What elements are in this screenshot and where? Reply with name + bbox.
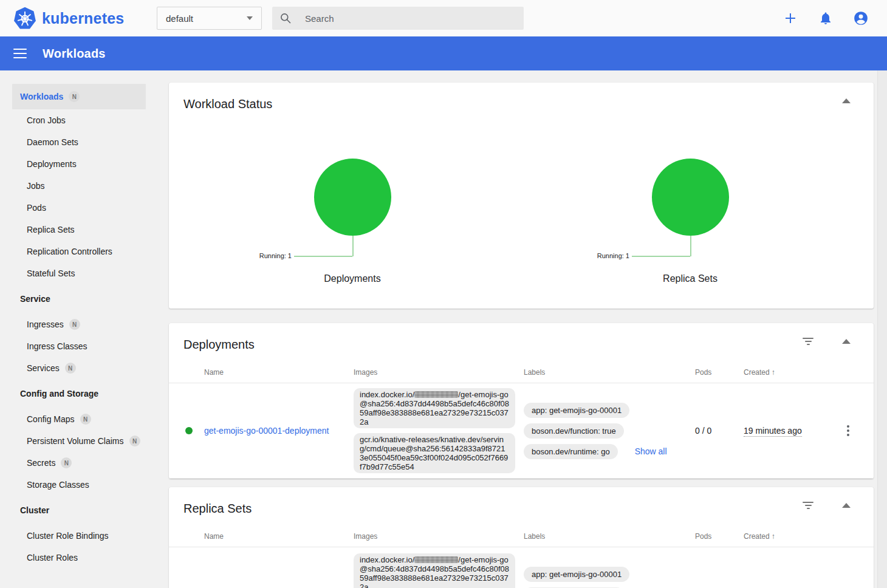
pie-callout-label: Running: 1 xyxy=(597,253,629,259)
pie-callout-label: Running: 1 xyxy=(259,253,292,259)
deployment-name-link[interactable]: get-emojis-go-00001-deployment xyxy=(204,426,341,436)
new-badge: N xyxy=(69,319,80,330)
replica-sets-card-title: Replica Sets xyxy=(169,502,874,529)
sidebar-item-storage-classes[interactable]: Storage Classes xyxy=(0,474,157,496)
deployments-pie-chart: Running: 1 Deployments xyxy=(183,159,521,284)
sidebar-item-stateful-sets[interactable]: Stateful Sets xyxy=(0,262,157,284)
pods-cell: 0 / 0 xyxy=(695,426,744,436)
create-plus-button[interactable] xyxy=(783,10,798,26)
sidebar-item-ingresses[interactable]: IngressesN xyxy=(0,313,157,335)
pie-running-slice xyxy=(314,159,391,236)
label-chip: app: get-emojis-go-00001 xyxy=(524,403,629,418)
redacted-text xyxy=(414,556,458,563)
search-bar xyxy=(272,7,524,30)
sidebar-item-daemon-sets[interactable]: Daemon Sets xyxy=(0,131,157,153)
sidebar-item-replica-sets[interactable]: Replica Sets xyxy=(0,219,157,241)
deployments-card: Deployments Name Images Labels Pods Crea… xyxy=(169,323,874,479)
new-badge: N xyxy=(80,414,91,425)
vertical-scrollbar[interactable] xyxy=(877,70,887,588)
replica-set-table-row: get-emojis-go-00001-deployment- index.do… xyxy=(169,547,874,588)
column-header-pods: Pods xyxy=(695,532,744,544)
new-badge: N xyxy=(65,363,76,374)
deployments-card-title: Deployments xyxy=(169,338,874,365)
notifications-bell-button[interactable] xyxy=(818,10,834,26)
image-chip: gcr.io/knative-releases/knative.dev/serv… xyxy=(354,433,515,473)
workload-status-card: Workload Status Running: 1 Deployments R… xyxy=(169,83,874,309)
pie-callout: Running: 1 xyxy=(521,236,859,256)
brand-wordmark: kubernetes xyxy=(42,10,124,27)
sidebar-item-secrets[interactable]: SecretsN xyxy=(0,452,157,474)
images-cell: index.docker.io//get-emojis-go@sha256:4d… xyxy=(354,553,524,588)
namespace-value: default xyxy=(166,13,193,24)
label-chip: app: get-emojis-go-00001 xyxy=(524,567,629,582)
pie-callout: Running: 1 xyxy=(183,236,521,256)
column-header-images: Images xyxy=(354,532,524,544)
namespace-selector[interactable]: default xyxy=(157,7,262,30)
sidebar-item-cron-jobs[interactable]: Cron Jobs xyxy=(0,109,157,131)
sidebar-item-replication-controllers[interactable]: Replication Controllers xyxy=(0,241,157,262)
replica-sets-table-header: Name Images Labels Pods Created↑ xyxy=(169,529,874,547)
label-chip: boson.dev/function: true xyxy=(524,423,624,439)
page-toolbar: Workloads xyxy=(0,36,887,70)
kubernetes-logo-icon xyxy=(13,7,36,30)
sidebar-item-services[interactable]: ServicesN xyxy=(0,357,157,379)
deployments-table-header: Name Images Labels Pods Created↑ xyxy=(169,365,874,383)
column-header-name: Name xyxy=(204,532,354,544)
image-chip: index.docker.io//get-emojis-go@sha256:4d… xyxy=(354,553,515,588)
sidebar-item-persistent-volume-claims[interactable]: Persistent Volume ClaimsN xyxy=(0,430,157,452)
column-header-created[interactable]: Created↑ xyxy=(744,368,835,380)
pie-chart-title: Replica Sets xyxy=(521,273,859,284)
main-content: Workload Status Running: 1 Deployments R… xyxy=(157,70,887,588)
sidebar-nav: Workloads N Cron Jobs Daemon Sets Deploy… xyxy=(0,70,157,588)
status-running-icon xyxy=(185,427,193,434)
search-input[interactable] xyxy=(305,13,499,24)
column-header-labels: Labels xyxy=(524,368,695,380)
pie-chart-title: Deployments xyxy=(183,273,521,284)
deployment-table-row: get-emojis-go-00001-deployment index.doc… xyxy=(169,383,874,479)
sidebar-section-service: Service xyxy=(0,288,157,310)
labels-cell: app: get-emojis-go-00001 boson.dev/funct… xyxy=(524,567,695,588)
label-chip: boson.dev/runtime: go xyxy=(524,444,618,459)
menu-hamburger-button[interactable] xyxy=(13,49,27,58)
pie-running-slice xyxy=(652,159,729,236)
column-header-images: Images xyxy=(354,368,524,380)
sidebar-item-cluster-roles[interactable]: Cluster Roles xyxy=(0,547,157,569)
sidebar-item-pods[interactable]: Pods xyxy=(0,197,157,219)
collapse-arrow-icon[interactable] xyxy=(842,98,851,104)
sidebar-item-deployments[interactable]: Deployments xyxy=(0,153,157,175)
new-badge: N xyxy=(61,457,72,468)
kubernetes-brand: kubernetes xyxy=(0,7,157,30)
sidebar-item-jobs[interactable]: Jobs xyxy=(0,175,157,197)
search-icon xyxy=(279,12,292,24)
sidebar-section-cluster: Cluster xyxy=(0,499,157,521)
sidebar-item-config-maps[interactable]: Config MapsN xyxy=(0,408,157,430)
sidebar-section-config-and-storage: Config and Storage xyxy=(0,383,157,405)
new-badge: N xyxy=(69,91,80,102)
header-actions xyxy=(783,10,869,26)
account-circle-button[interactable] xyxy=(853,10,869,26)
collapse-arrow-icon[interactable] xyxy=(842,503,851,509)
workload-status-title: Workload Status xyxy=(183,97,859,111)
filter-list-icon[interactable] xyxy=(802,338,814,346)
sort-ascending-icon: ↑ xyxy=(772,532,775,541)
collapse-arrow-icon[interactable] xyxy=(842,339,851,345)
sort-ascending-icon: ↑ xyxy=(772,368,775,377)
filter-list-icon[interactable] xyxy=(802,502,814,510)
created-cell: 19 minutes ago xyxy=(744,425,835,436)
column-header-created[interactable]: Created↑ xyxy=(744,532,835,544)
images-cell: index.docker.io//get-emojis-go@sha256:4d… xyxy=(354,388,524,473)
row-menu-kebab-button[interactable] xyxy=(835,423,861,439)
show-all-link[interactable]: Show all xyxy=(635,446,667,456)
chevron-down-icon xyxy=(247,16,253,20)
new-badge: N xyxy=(129,436,140,446)
redacted-text xyxy=(414,391,458,398)
sidebar-item-cluster-role-bindings[interactable]: Cluster Role Bindings xyxy=(0,525,157,547)
column-header-name: Name xyxy=(204,368,354,380)
sidebar-item-workloads[interactable]: Workloads N xyxy=(12,84,146,109)
image-chip: index.docker.io//get-emojis-go@sha256:4d… xyxy=(354,388,515,428)
replica-sets-pie-chart: Running: 1 Replica Sets xyxy=(521,159,859,284)
sidebar-item-ingress-classes[interactable]: Ingress Classes xyxy=(0,335,157,357)
column-header-pods: Pods xyxy=(695,368,744,380)
page-title: Workloads xyxy=(43,47,106,61)
labels-cell: app: get-emojis-go-00001 boson.dev/funct… xyxy=(524,403,695,459)
